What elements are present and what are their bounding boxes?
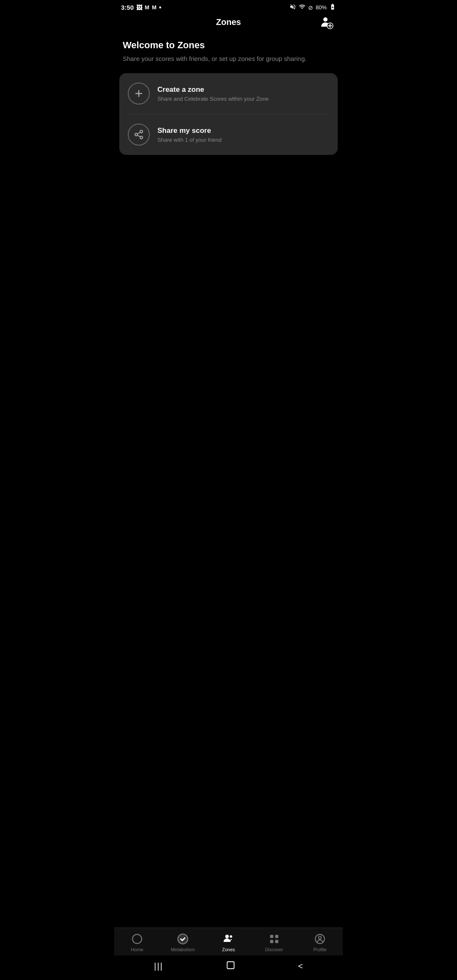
share-score-option[interactable]: Share my score Share with 1 of your frie…	[119, 114, 338, 155]
svg-point-11	[132, 934, 142, 944]
battery-percent: 80%	[316, 4, 327, 11]
gmail-icon-2: M	[152, 4, 157, 11]
share-score-title: Share my score	[157, 127, 329, 135]
profile-icon	[314, 933, 326, 945]
create-zone-description: Share and Celebrate Scores within your Z…	[157, 96, 329, 102]
photo-icon: 🖼	[136, 4, 142, 11]
welcome-subtitle: Share your scores with friends, or set u…	[123, 54, 334, 63]
zones-tab-label: Zones	[222, 947, 235, 952]
system-menu-button[interactable]: |||	[147, 960, 170, 973]
bottom-nav-wrapper: Home Metabolism	[114, 928, 343, 980]
options-card: Create a zone Share and Celebrate Scores…	[119, 73, 338, 155]
svg-point-12	[178, 934, 187, 944]
status-right: ⊘ 80%	[289, 3, 336, 11]
home-icon	[131, 933, 143, 945]
status-left: 3:50 🖼 M M •	[121, 4, 161, 11]
svg-rect-17	[270, 940, 273, 943]
svg-rect-16	[275, 935, 278, 938]
svg-rect-21	[227, 962, 234, 969]
header: Zones	[114, 13, 343, 31]
dot-indicator: •	[159, 4, 162, 11]
create-zone-icon-circle	[128, 83, 150, 105]
nosim-icon: ⊘	[308, 4, 313, 11]
add-friend-icon[interactable]	[319, 15, 334, 30]
share-score-icon-circle	[128, 124, 150, 146]
page-title: Zones	[216, 17, 241, 27]
svg-line-9	[138, 135, 140, 137]
svg-rect-18	[275, 940, 278, 943]
svg-point-13	[225, 935, 228, 938]
home-tab-label: Home	[131, 947, 143, 952]
status-bar: 3:50 🖼 M M • ⊘ 80%	[114, 0, 343, 13]
tab-bar: Home Metabolism	[114, 928, 343, 955]
create-zone-option[interactable]: Create a zone Share and Celebrate Scores…	[119, 73, 338, 114]
svg-point-0	[323, 17, 328, 22]
gmail-icon-1: M	[145, 4, 149, 11]
discover-tab-label: Discover	[265, 947, 284, 952]
system-home-button[interactable]	[219, 959, 242, 973]
battery-icon	[329, 3, 336, 11]
metabolism-tab-label: Metabolism	[171, 947, 195, 952]
tab-zones[interactable]: Zones	[216, 933, 241, 952]
system-back-button[interactable]: <	[291, 960, 310, 973]
zones-icon	[223, 933, 234, 945]
svg-point-14	[230, 935, 232, 938]
mute-icon	[289, 3, 296, 11]
tab-discover[interactable]: Discover	[262, 933, 287, 952]
time: 3:50	[121, 4, 134, 11]
add-friend-button[interactable]	[319, 15, 334, 30]
share-score-description: Share with 1 of your friend	[157, 137, 329, 143]
welcome-title: Welcome to Zones	[123, 40, 334, 51]
wifi-icon	[299, 3, 306, 11]
metabolism-icon	[177, 933, 189, 945]
system-nav-bar: ||| <	[114, 955, 343, 980]
create-zone-title: Create a zone	[157, 85, 329, 94]
svg-rect-15	[270, 935, 273, 938]
svg-point-20	[319, 936, 322, 939]
tab-home[interactable]: Home	[124, 933, 150, 952]
svg-line-10	[138, 132, 140, 134]
discover-icon	[268, 933, 280, 945]
profile-tab-label: Profile	[313, 947, 326, 952]
tab-profile[interactable]: Profile	[307, 933, 333, 952]
welcome-section: Welcome to Zones Share your scores with …	[114, 31, 343, 70]
tab-metabolism[interactable]: Metabolism	[170, 933, 195, 952]
share-score-text: Share my score Share with 1 of your frie…	[157, 127, 329, 143]
create-zone-text: Create a zone Share and Celebrate Scores…	[157, 85, 329, 102]
